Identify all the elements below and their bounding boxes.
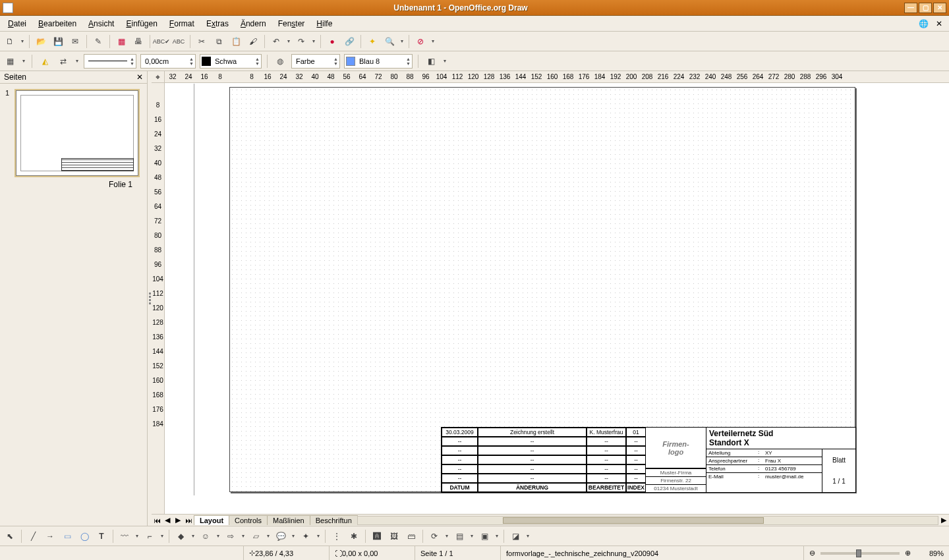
lineend-button[interactable]: ◭ [38, 54, 52, 69]
glue-tool[interactable]: ✱ [347, 529, 361, 544]
save-button[interactable]: 💾 [51, 34, 65, 49]
symbolshapes-tool[interactable]: ☺ [198, 529, 213, 544]
ellipse-tool[interactable]: ◯ [77, 529, 92, 544]
tab-controls[interactable]: Controls [229, 515, 268, 525]
tab-beschriftun[interactable]: Beschriftun [310, 515, 358, 525]
curve-tool[interactable]: 〰 [117, 529, 132, 544]
title-block[interactable]: 30.03.2009Zeichnung erstelltK. Musterfra… [441, 427, 856, 493]
arrowshapes-dropdown[interactable]: ▾ [241, 533, 246, 539]
zoom-in-button[interactable]: ⊕ [905, 549, 911, 557]
autospell-button[interactable]: ABC [171, 34, 186, 49]
scroll-right-button[interactable]: ▶ [938, 515, 949, 526]
ruler-corner[interactable]: ⌖ [152, 71, 165, 83]
line-tool[interactable]: ╱ [26, 529, 40, 544]
basicshapes-tool[interactable]: ◆ [173, 529, 188, 544]
paste-button[interactable]: 📋 [229, 34, 243, 49]
callout-tool[interactable]: 💬 [273, 529, 288, 544]
rect-tool[interactable]: ▭ [60, 529, 74, 544]
align-tool[interactable]: ▤ [452, 529, 467, 544]
menu-einfuegen[interactable]: Einfügen [122, 17, 161, 30]
tab-prev-button[interactable]: ◀ [162, 515, 173, 526]
close-doc-icon[interactable]: ✕ [933, 18, 945, 30]
spellcheck-button[interactable]: ABC✔ [154, 34, 169, 49]
tab-last-button[interactable]: ⏭ [183, 515, 194, 526]
minimize-button[interactable]: — [904, 3, 917, 13]
edit-button[interactable]: ✎ [91, 34, 105, 49]
vertical-ruler[interactable]: 8162432404856647280889610411212012813614… [152, 83, 165, 514]
navigator-button[interactable]: ✦ [365, 34, 380, 49]
basicshapes-dropdown[interactable]: ▾ [190, 533, 196, 539]
zoom-value[interactable]: 89% [916, 546, 949, 560]
cut-button[interactable]: ✂ [194, 34, 209, 49]
undo-dropdown[interactable]: ▾ [286, 38, 291, 44]
arrange-button[interactable]: ▦ [3, 54, 17, 69]
formatbrush-button[interactable]: 🖌 [246, 34, 260, 49]
align-dropdown[interactable]: ▾ [469, 533, 474, 539]
rotate-dropdown[interactable]: ▾ [444, 533, 449, 539]
menu-datei[interactable]: Datei [4, 17, 30, 30]
redo-dropdown[interactable]: ▾ [311, 38, 316, 44]
help-button[interactable]: ⊘ [413, 34, 428, 49]
linecolor-select[interactable]: Schwa ▲▼ [200, 54, 262, 69]
arrange-dropdown[interactable]: ▾ [21, 58, 26, 64]
linestyle-dropdown[interactable]: ▾ [74, 58, 80, 64]
close-button[interactable]: ✕ [933, 3, 946, 13]
symbolshapes-dropdown[interactable]: ▾ [216, 533, 221, 539]
area-button[interactable]: ◍ [273, 54, 287, 69]
menu-format[interactable]: Format [165, 17, 198, 30]
toolbar-overflow[interactable]: ▾ [430, 38, 436, 44]
connector-dropdown[interactable]: ▾ [159, 533, 165, 539]
copy-button[interactable]: ⧉ [212, 34, 226, 49]
callout-dropdown[interactable]: ▾ [291, 533, 296, 539]
redo-button[interactable]: ↷ [294, 34, 308, 49]
zoom-button[interactable]: 🔍 [382, 34, 397, 49]
formatbar-overflow[interactable]: ▾ [442, 58, 447, 64]
fromfile-tool[interactable]: 🖼 [387, 529, 401, 544]
arrange2-dropdown[interactable]: ▾ [494, 533, 500, 539]
hyperlink-button[interactable]: 🔗 [342, 34, 357, 49]
drawing-canvas[interactable]: 30.03.2009Zeichnung erstelltK. Musterfra… [165, 83, 949, 514]
zoom-dropdown[interactable]: ▾ [399, 38, 405, 44]
email-button[interactable]: ✉ [68, 34, 82, 49]
menu-fenster[interactable]: Fenster [274, 17, 309, 30]
maximize-button[interactable]: ▢ [919, 3, 932, 13]
rotate-tool[interactable]: ⟳ [427, 529, 442, 544]
linestyle-select[interactable]: ▲▼ [84, 54, 136, 69]
arrowshapes-tool[interactable]: ⇨ [223, 529, 238, 544]
update-icon[interactable]: 🌐 [917, 18, 929, 30]
arrange2-tool[interactable]: ▣ [477, 529, 492, 544]
linewidth-field[interactable]: 0,00cm ▲▼ [140, 54, 196, 69]
arrow-tool[interactable]: → [43, 529, 57, 544]
page[interactable]: 30.03.2009Zeichnung erstelltK. Musterfra… [229, 87, 855, 492]
points-tool[interactable]: ⋮ [330, 529, 344, 544]
flowchart-dropdown[interactable]: ▾ [266, 533, 271, 539]
zoom-out-button[interactable]: ⊖ [809, 549, 815, 557]
gallery-tool[interactable]: 🗃 [404, 529, 418, 544]
menu-extras[interactable]: Extras [202, 17, 233, 30]
star-tool[interactable]: ✦ [299, 529, 313, 544]
print-button[interactable]: 🖶 [131, 34, 146, 49]
tab-layout[interactable]: Layout [194, 515, 229, 525]
select-tool[interactable]: ⬉ [3, 529, 17, 544]
horizontal-ruler[interactable]: 3224168816243240485664728088961041121201… [165, 71, 949, 83]
menu-bearbeiten[interactable]: Bearbeiten [34, 17, 80, 30]
extrusion-tool[interactable]: ◪ [508, 529, 523, 544]
pdf-button[interactable]: ▦ [114, 34, 129, 49]
curve-dropdown[interactable]: ▾ [134, 533, 140, 539]
drawbar-overflow[interactable]: ▾ [525, 533, 531, 539]
star-dropdown[interactable]: ▾ [316, 533, 321, 539]
open-button[interactable]: 📂 [34, 34, 48, 49]
shadow-button[interactable]: ◧ [424, 54, 438, 69]
tab-maßlinien[interactable]: Maßlinien [267, 515, 310, 525]
text-tool[interactable]: T [94, 529, 109, 544]
flowchart-tool[interactable]: ▱ [248, 529, 263, 544]
fillcolor-select[interactable]: Blau 8 ▲▼ [344, 54, 413, 69]
connector-tool[interactable]: ⌐ [142, 529, 157, 544]
chart-button[interactable]: ● [325, 34, 339, 49]
tab-next-button[interactable]: ▶ [173, 515, 183, 526]
new-dropdown[interactable]: ▾ [20, 38, 25, 44]
filltype-select[interactable]: Farbe ▲▼ [291, 54, 340, 69]
linestyle-button[interactable]: ⇄ [56, 54, 71, 69]
fontwork-tool[interactable]: 🅰 [370, 529, 384, 544]
horizontal-scrollbar[interactable] [357, 516, 938, 525]
